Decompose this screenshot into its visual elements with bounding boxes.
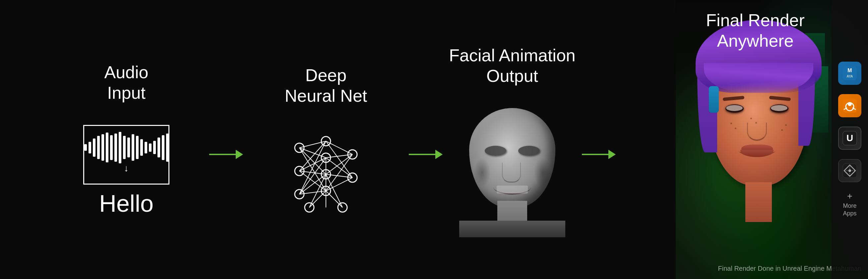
- hello-label: Hello: [99, 190, 154, 217]
- waveform-bar: [166, 133, 169, 162]
- waveform-bar: [145, 142, 147, 153]
- freckle-1: [731, 123, 732, 124]
- stage-neural-visual: [286, 128, 366, 214]
- waveform-bar: [114, 133, 117, 162]
- arrow-1: [209, 150, 243, 159]
- face-head-shape: [469, 108, 555, 208]
- freckle-3: [785, 124, 787, 126]
- waveform-bar: [110, 135, 113, 160]
- app-icon-maya[interactable]: M AYA: [838, 62, 861, 85]
- main-container: Audio Input ↓ Hello: [0, 0, 868, 279]
- waveform-bar: [140, 139, 143, 156]
- waveform-bar: [153, 141, 156, 154]
- arrow-3-head: [609, 150, 616, 159]
- stage-audio-title: Audio Input: [104, 62, 149, 105]
- mh-neck: [745, 182, 772, 222]
- arrow-1-head: [236, 150, 243, 159]
- freckle-2: [735, 128, 736, 129]
- stage-audio-title-line2: Input: [107, 83, 146, 102]
- waveform-bar: [149, 144, 152, 152]
- waveform-bar: [89, 142, 91, 153]
- waveform-bar: [123, 136, 126, 159]
- svg-text:AYA: AYA: [847, 74, 853, 78]
- cheek-shadow-left: [473, 158, 491, 188]
- svg-line-0: [300, 141, 326, 148]
- stage-facial-title-line1: Facial Animation: [449, 46, 576, 65]
- audio-box: ↓: [83, 125, 169, 185]
- final-render-section: Final Render Anywhere: [676, 0, 868, 279]
- more-apps-plus-icon: +: [847, 191, 852, 201]
- waveform-bar: [157, 137, 160, 157]
- arrow-2-head: [435, 150, 443, 159]
- waveform-bar: [106, 132, 108, 162]
- waveform-bar: [84, 144, 87, 151]
- svg-line-23: [326, 191, 342, 208]
- stage-audio-input: Audio Input ↓ Hello: [43, 62, 209, 217]
- more-apps-label: MoreApps: [843, 202, 857, 218]
- stage-neural-title: Deep Neural Net: [285, 65, 367, 108]
- mh-eye-white-left: [726, 105, 743, 111]
- other-icon-svg: [841, 162, 858, 179]
- app-icon-unreal[interactable]: U: [838, 127, 861, 150]
- arrow-3: [582, 150, 616, 159]
- svg-point-41: [848, 102, 852, 106]
- waveform-bar: [93, 138, 95, 157]
- pipeline-area: Audio Input ↓ Hello: [0, 0, 676, 279]
- metahuman-face: [695, 20, 822, 252]
- stage-neural-title-line1: Deep: [305, 66, 346, 85]
- svg-line-2: [300, 148, 326, 174]
- unreal-icon-svg: U: [841, 130, 858, 147]
- stage-facial-title: Facial Animation Output: [449, 45, 576, 88]
- stage-neural-net: Deep Neural Net: [243, 65, 409, 214]
- arrow-2: [409, 150, 443, 159]
- stage-facial-title-line2: Output: [486, 66, 538, 86]
- stage-final-spacer: [616, 108, 632, 171]
- stage-audio-title-line1: Audio: [104, 63, 149, 82]
- stage-facial-animation: Facial Animation Output: [443, 45, 582, 234]
- mh-eye-white-right: [771, 105, 787, 111]
- waveform-bar: [101, 134, 104, 161]
- eye-socket-left: [485, 146, 506, 156]
- waveform-bar: [162, 135, 164, 160]
- app-icons-sidebar: M AYA U: [832, 0, 868, 279]
- eye-socket-right: [518, 146, 540, 156]
- waveform-bar: [127, 137, 130, 157]
- blender-icon-svg: [841, 97, 858, 114]
- down-arrow-icon: ↓: [124, 163, 129, 174]
- svg-text:U: U: [846, 133, 853, 143]
- arrow-3-line: [582, 154, 609, 155]
- stage-neural-title-line2: Neural Net: [285, 86, 367, 105]
- mh-nose: [747, 123, 767, 141]
- freckle-6: [750, 118, 752, 119]
- face-3d-model: [459, 108, 565, 234]
- freckle-4: [781, 129, 783, 131]
- teeth-hint: [497, 186, 528, 193]
- arrow-1-line: [209, 154, 236, 155]
- app-icon-other[interactable]: [838, 159, 861, 182]
- maya-icon-svg: M AYA: [841, 65, 858, 82]
- waveform-bar: [119, 132, 121, 163]
- mh-hair-accessory: [709, 86, 719, 113]
- waveform: [84, 136, 169, 159]
- neural-net-svg: [286, 128, 366, 214]
- cheek-shadow-right: [534, 158, 551, 188]
- stage-audio-visual: ↓ Hello: [83, 125, 169, 217]
- stage-facial-visual: [459, 108, 565, 234]
- waveform-bar: [132, 134, 134, 161]
- waveform-bar: [97, 136, 100, 159]
- freckle-5: [755, 122, 757, 124]
- final-render-title-area: Final Render Anywhere: [682, 10, 828, 51]
- shoulders-shape: [459, 221, 565, 237]
- svg-text:M: M: [847, 68, 852, 73]
- waveform-bar: [136, 136, 138, 159]
- stages-row: Audio Input ↓ Hello: [13, 20, 662, 259]
- app-icon-blender[interactable]: [838, 94, 861, 117]
- final-render-title: Final Render Anywhere: [682, 10, 828, 51]
- arrow-2-line: [409, 154, 435, 155]
- svg-line-21: [309, 191, 326, 208]
- more-apps-button[interactable]: + MoreApps: [843, 191, 857, 218]
